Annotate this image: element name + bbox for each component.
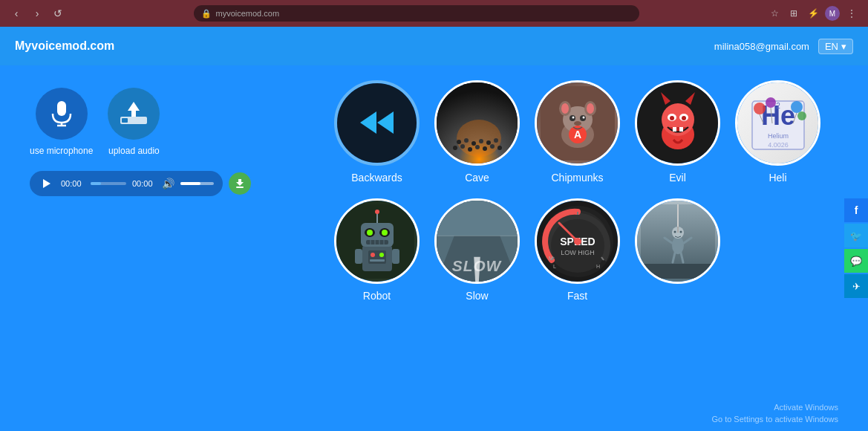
svg-marker-5 — [128, 102, 140, 117]
effect-slow[interactable]: SLOW Slow — [434, 198, 520, 302]
mic-label: use microphone — [30, 146, 93, 156]
back-button[interactable]: ‹ — [9, 6, 24, 21]
svg-point-23 — [483, 146, 487, 151]
play-icon — [43, 179, 50, 188]
play-button[interactable] — [39, 175, 55, 192]
svg-point-48 — [682, 116, 686, 120]
use-microphone-button[interactable]: use microphone — [30, 88, 93, 156]
svg-point-20 — [460, 144, 465, 149]
robot-svg — [340, 204, 414, 279]
volume-bar[interactable] — [180, 182, 214, 185]
effect-label-evil: Evil — [669, 172, 686, 184]
facebook-button[interactable]: f — [844, 198, 868, 222]
mic-circle — [36, 88, 88, 140]
fast-scene: SPEED LOW HIGH L H M — [537, 201, 618, 282]
svg-marker-10 — [377, 111, 394, 134]
svg-text:H: H — [596, 264, 600, 269]
svg-rect-79 — [368, 250, 386, 264]
volume-icon[interactable]: 🔊 — [162, 178, 174, 189]
chipmunks-scene: A — [537, 82, 618, 163]
svg-point-104 — [672, 236, 684, 254]
browser-actions: ☆ ⊞ ⚡ M ⋮ — [767, 6, 859, 21]
lang-chevron: ▾ — [841, 41, 846, 52]
svg-point-56 — [754, 103, 766, 114]
effect-circle-slow: SLOW — [434, 198, 520, 284]
ext-icon-2[interactable]: ⚡ — [806, 6, 820, 21]
effect-label-slow: Slow — [466, 290, 488, 302]
time-end: 00:00 — [132, 179, 156, 188]
evil-svg — [641, 86, 715, 161]
svg-point-31 — [561, 103, 569, 114]
twitter-icon: 🐦 — [850, 230, 862, 242]
chipmunks-svg: A — [541, 86, 615, 161]
whatsapp-button[interactable]: 💬 — [844, 249, 868, 273]
effect-circle-cave — [434, 80, 520, 166]
header-right: milina058@gmail.com EN ▾ — [714, 39, 853, 54]
cave-svg — [437, 82, 520, 166]
svg-point-14 — [464, 138, 469, 143]
effect-fast[interactable]: SPEED LOW HIGH L H M — [535, 198, 620, 302]
svg-point-111 — [673, 230, 676, 233]
svg-text:A: A — [573, 129, 581, 140]
backwards-icon — [356, 103, 397, 143]
svg-rect-8 — [236, 187, 244, 188]
heli-svg: He 2 Helium 4.0026 — [741, 86, 815, 161]
effect-heli[interactable]: He 2 Helium 4.0026 — [735, 80, 820, 184]
app-logo: Myvoicemod.com — [15, 39, 114, 53]
svg-point-24 — [490, 144, 495, 149]
slow-scene: SLOW — [437, 201, 518, 282]
upload-label: upload audio — [108, 146, 160, 156]
audio-player: 00:00 00:00 🔊 — [30, 171, 223, 196]
app-header: Myvoicemod.com milina058@gmail.com EN ▾ — [0, 27, 868, 65]
activate-windows-text: Activate Windows — [711, 402, 838, 413]
address-bar[interactable]: 🔒 myvoicemod.com — [194, 5, 639, 22]
progress-bar[interactable] — [91, 182, 126, 185]
facebook-icon: f — [855, 204, 858, 216]
svg-point-81 — [379, 253, 384, 257]
svg-rect-50 — [679, 127, 683, 132]
reload-button[interactable]: ↺ — [50, 6, 65, 21]
effect-robot[interactable]: Robot — [334, 198, 420, 302]
effect-evil[interactable]: Evil — [635, 80, 720, 184]
svg-point-39 — [574, 121, 581, 126]
effect-label-chipmunks: Chipmunks — [551, 172, 603, 184]
ext-icon-1[interactable]: ⊞ — [786, 6, 801, 21]
microphone-icon — [50, 100, 74, 127]
svg-text:M: M — [549, 256, 553, 261]
svg-rect-82 — [370, 259, 385, 262]
svg-point-15 — [471, 141, 476, 146]
svg-rect-84 — [437, 201, 518, 236]
svg-point-17 — [486, 140, 491, 145]
language-selector[interactable]: EN ▾ — [818, 39, 853, 54]
twitter-button[interactable]: 🐦 — [844, 224, 868, 247]
effect-cave[interactable]: Cave — [434, 80, 520, 184]
svg-rect-4 — [122, 118, 128, 123]
effect-backwards[interactable]: Backwards — [334, 80, 420, 184]
last-scene — [637, 201, 718, 282]
effects-panel: Backwards — [312, 65, 868, 431]
time-start: 00:00 — [61, 179, 85, 188]
svg-point-80 — [371, 253, 375, 257]
effect-label-heli: Heli — [769, 172, 786, 184]
menu-icon[interactable]: ⋮ — [844, 6, 859, 21]
effect-chipmunks[interactable]: A Chipmunks — [535, 80, 620, 184]
upload-audio-button[interactable]: upload audio — [108, 88, 160, 156]
svg-point-37 — [572, 116, 574, 118]
robot-scene — [336, 201, 417, 282]
profile-avatar[interactable]: M — [825, 6, 840, 21]
effect-label-cave: Cave — [465, 172, 489, 184]
download-button[interactable] — [229, 172, 251, 195]
telegram-button[interactable]: ✈ — [844, 274, 868, 298]
svg-point-16 — [479, 139, 483, 143]
svg-point-22 — [475, 145, 480, 149]
forward-button[interactable]: › — [30, 6, 45, 21]
whatsapp-icon: 💬 — [850, 256, 862, 267]
svg-point-71 — [382, 230, 388, 236]
heli-scene: He 2 Helium 4.0026 — [737, 82, 818, 163]
effect-last[interactable] — [635, 198, 720, 302]
star-icon[interactable]: ☆ — [767, 6, 782, 21]
svg-point-94 — [574, 238, 581, 245]
effect-circle-backwards — [334, 80, 420, 166]
mic-upload-row: use microphone upload audio — [30, 88, 282, 156]
svg-point-70 — [367, 230, 373, 236]
